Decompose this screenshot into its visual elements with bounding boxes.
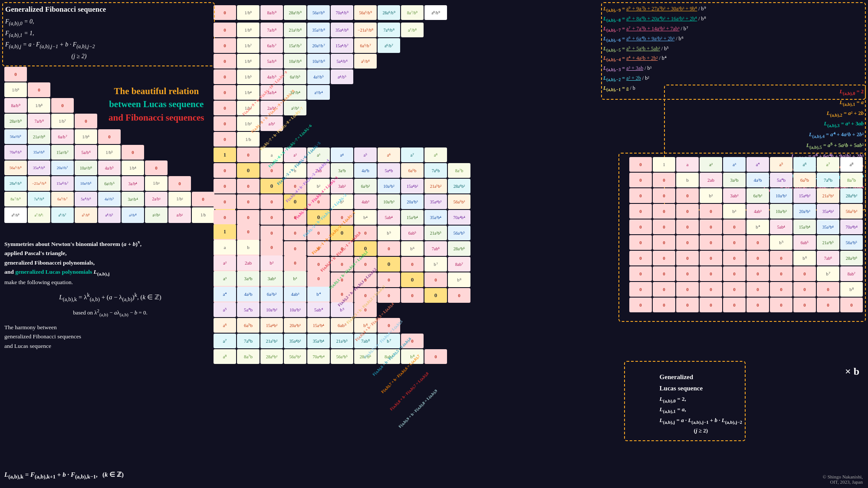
cell-r7c4: 6a²/b⁵ <box>98 176 121 191</box>
mr4p-1: 0 <box>237 210 260 225</box>
lrm-r2c4: 3ab² <box>723 188 746 203</box>
sym-line3: and generalized Lucas polynomials L(a,b)… <box>4 267 216 278</box>
mr3p-4: b³ <box>331 194 353 209</box>
cell-r5c5: 0 <box>122 145 144 160</box>
cell-r7c2: 15a⁴/b⁷ <box>51 176 74 191</box>
tfm-6: 56a⁵/b⁹ <box>354 5 377 20</box>
gen-lucas-seq-box: Generalized Lucas sequence L(a,b),0 = 2,… <box>660 371 742 436</box>
fpm-r6c0: a⁶ <box>214 318 236 333</box>
lrm-r2c2: 0 <box>676 188 699 203</box>
lrm-r3c7: 20a³b³ <box>793 204 816 219</box>
mr0-6: a⁵ <box>354 147 377 162</box>
cell-r6c3: 10a²/b⁶ <box>75 160 97 175</box>
lrm-r5c6: b⁵ <box>770 235 792 250</box>
cell-r9c0: a⁸/b⁹ <box>4 207 27 223</box>
mr3p-7: 20a³b³ <box>401 194 424 209</box>
mr2-1: 1/b² <box>237 116 260 131</box>
cell-r9c7: a/b² <box>168 207 191 223</box>
fpm-r6c7: 0 <box>378 318 400 333</box>
fpm-r7c1: 7a⁶b <box>237 334 260 348</box>
fpm-r6c4: 15a²b⁴ <box>307 318 330 333</box>
lrm-r0c3: a² <box>700 157 722 172</box>
mr8-1: 1/b⁸ <box>237 23 260 37</box>
mr7-2: 6a/b⁷ <box>260 38 283 53</box>
fpm-r2c2: b² <box>260 255 283 270</box>
mr4-3: 3a²/b⁴ <box>284 85 306 100</box>
fpm-r8c8: b⁸ <box>401 349 424 364</box>
sym-conclusion: make the following equation. <box>4 278 216 287</box>
tfm-0: 0 <box>214 5 236 20</box>
mr2-0: 0 <box>214 116 236 131</box>
fpm-r3c1: 3a²b <box>237 271 260 286</box>
main-row-neg6: 0 1/b⁶ 5a/b⁶ 10a²/b⁶ 10a³/b⁶ 5a⁴/b⁶ a⁵/b… <box>214 54 470 69</box>
cell-r6c6: 0 <box>145 160 168 175</box>
mr2-2: a/b² <box>260 116 283 131</box>
lrm-r1c5: 4a³b <box>746 173 769 187</box>
lrm-r5c4: 0 <box>723 235 746 250</box>
fpm-r1c1: b <box>237 240 260 255</box>
cell-r8c8: 0 <box>192 192 214 206</box>
sym-harmony2: generalized Fibonacci sequences <box>4 332 216 341</box>
cell-r3c1: 7a/b⁸ <box>28 114 50 128</box>
cell-r2c1: 1/b⁸ <box>28 98 50 113</box>
lrm-r4c4: 0 <box>723 219 746 234</box>
lrm-r2c5: 6a²b² <box>746 188 769 203</box>
lrm-r9c1: 0 <box>653 298 675 312</box>
cell-r6c1: 35a⁴/b⁸ <box>28 160 50 175</box>
fpm-r0c1: 0 <box>237 224 260 239</box>
fpm-r8c4: 70a⁴b⁴ <box>307 349 330 364</box>
mr1p-9: 7a⁶b <box>424 163 447 178</box>
cell-r5c3: 5a/b⁶ <box>75 145 97 160</box>
lrm-r9c9: 0 <box>840 298 863 312</box>
mr4-0: 0 <box>214 85 236 100</box>
cell-r4c3: 1/b⁶ <box>75 129 97 144</box>
cell-r8c4: 4a³/b⁵ <box>98 192 121 206</box>
lrm-r2c6: 10a³b² <box>770 188 792 203</box>
mr4p-5: b⁴ <box>354 210 377 225</box>
lrm-r1c3: 2ab <box>700 173 722 187</box>
mr8-7: 7a⁶/b⁸ <box>378 23 400 37</box>
mr5-2: 4a/b⁵ <box>260 69 283 84</box>
lnf-neg2: L(a,b),−2 = a² + 2b / b² <box>603 74 864 84</box>
lrm-r6c7: b⁶ <box>793 251 816 265</box>
lrm-row7: 0 0 0 0 0 0 0 0 b⁷ 8ab⁷ <box>629 266 863 281</box>
fpm-r7c5: 21a²b⁵ <box>331 334 353 348</box>
mr5-0: 0 <box>214 69 236 84</box>
tfm-2: 8a/b⁹ <box>260 5 283 20</box>
cell-r9c6: a²/b³ <box>145 207 168 223</box>
mr3p-diag: 0 <box>284 194 306 209</box>
mr8-6: −21a⁵/b⁸ <box>354 23 377 37</box>
mr1p-4: 2ab <box>307 163 330 178</box>
mr4-1: 1/b⁴ <box>237 85 260 100</box>
lrm-r7c7: 0 <box>793 266 816 281</box>
lrm-r1c4: 3a²b <box>723 173 746 187</box>
cell-r6c0: 56a⁵/b⁹ <box>4 160 27 175</box>
mr0-2: a <box>260 147 283 162</box>
mr1p-8: 6a⁵b <box>401 163 424 178</box>
fpm-r5c2: 10a³b² <box>260 302 283 317</box>
cell-r2c0: 8a/b⁹ <box>4 98 27 113</box>
fpm-r7c2: 21a⁵b² <box>260 334 283 348</box>
fpm-r4c0: a⁴ <box>214 287 236 301</box>
lrm-r1c7: 6a⁵b <box>793 173 816 187</box>
main-row-neg2: 0 1/b² a/b² <box>214 116 470 131</box>
mr1p-3: b <box>284 163 306 178</box>
lrm-r3c2: 0 <box>676 204 699 219</box>
mr4p-6: 5ab⁴ <box>378 210 400 225</box>
lrm-r7c2: 0 <box>676 266 699 281</box>
mr2p-7: 15a⁴b² <box>401 179 424 193</box>
gls-line3: (j ≥ 2) <box>660 426 742 436</box>
lrm-r6c5: 0 <box>746 251 769 265</box>
cell-r8c3: 5a⁴/b⁶ <box>75 192 97 206</box>
cell-r7c5: 3a/b⁴ <box>122 176 144 191</box>
cell-r3c2: 1/b⁷ <box>51 114 74 128</box>
mr3-1: 1/b³ <box>237 101 260 115</box>
fpm-row7: a⁷ 7a⁶b 21a⁵b² 35a⁴b³ 35a³b⁴ 21a²b⁵ 7ab⁶… <box>214 334 447 348</box>
lp-val-3: L(a,b),3 = a³ + 3ab <box>763 119 864 130</box>
mr1p-0: 0 <box>214 163 236 178</box>
lrm-r7c1: 0 <box>653 266 675 281</box>
lnf-neg7: L(a,b),−7 = a⁷ + 7a⁵b + 14a³b² + 7ab³ / … <box>603 24 864 34</box>
mr0-1: 0 <box>237 147 260 162</box>
lnf-neg9: L(a,b),−9 = a⁹ + 9a⁷b + 27a⁵b² + 30a³b³ … <box>603 4 864 14</box>
cell-r4c4: 0 <box>98 129 121 144</box>
